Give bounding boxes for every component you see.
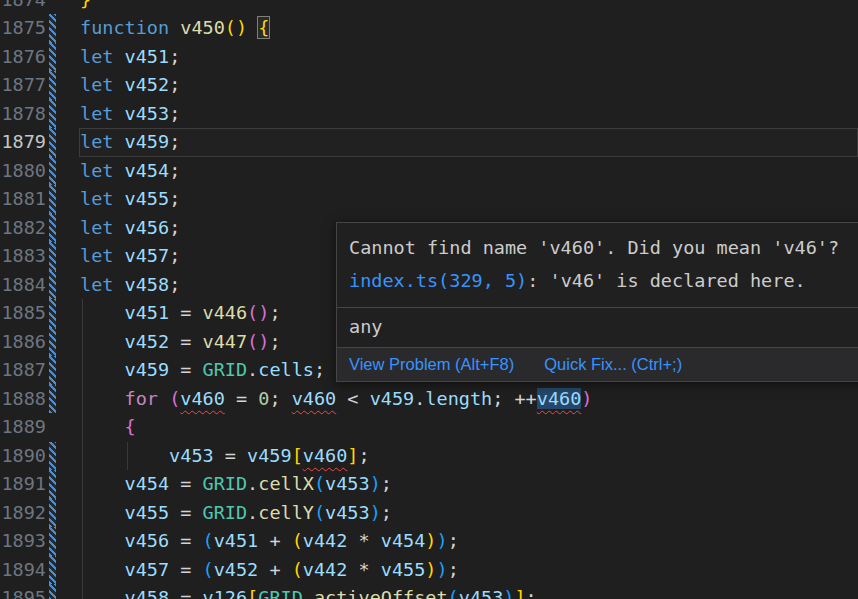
quick-fix-link[interactable]: Quick Fix... (Ctrl+;) — [544, 355, 682, 373]
token: ) — [503, 587, 514, 599]
modified-gutter-indicator — [49, 271, 56, 300]
code-line-1880[interactable]: 1880let v454; — [0, 157, 858, 186]
token — [80, 302, 125, 323]
view-problem-link[interactable]: View Problem (Alt+F8) — [349, 355, 514, 373]
line-number[interactable]: 1884 — [0, 271, 46, 300]
code-text[interactable]: } — [80, 0, 91, 14]
code-text[interactable]: v452 = v447(); — [80, 328, 281, 357]
code-text[interactable]: v453 = v459[v460]; — [80, 442, 370, 471]
token: ( — [448, 587, 459, 599]
modified-gutter-indicator — [49, 185, 56, 214]
token: ( — [203, 530, 214, 551]
modified-gutter-indicator — [49, 14, 56, 43]
line-number[interactable]: 1894 — [0, 556, 46, 585]
code-text[interactable]: let v459; — [80, 128, 180, 157]
code-text[interactable]: let v454; — [80, 157, 180, 186]
token: ; — [169, 131, 180, 152]
line-number[interactable]: 1886 — [0, 328, 46, 357]
code-line-1876[interactable]: 1876let v451; — [0, 43, 858, 72]
code-text[interactable]: v458 = v126[GRID.activeOffset(v453)]; — [80, 584, 537, 599]
line-number[interactable]: 1881 — [0, 185, 46, 214]
token: = — [169, 331, 202, 352]
token: . — [247, 473, 258, 494]
code-line-1888[interactable]: 1888 for (v460 = 0; v460 < v459.length; … — [0, 385, 858, 414]
code-text[interactable]: let v455; — [80, 185, 180, 214]
code-text[interactable]: let v451; — [80, 43, 180, 72]
code-text[interactable]: let v452; — [80, 71, 180, 100]
code-line-1881[interactable]: 1881let v455; — [0, 185, 858, 214]
code-line-1878[interactable]: 1878let v453; — [0, 100, 858, 129]
line-number[interactable]: 1887 — [0, 356, 46, 385]
code-text[interactable]: v457 = (v452 + (v442 * v455)); — [80, 556, 459, 585]
line-number[interactable]: 1883 — [0, 242, 46, 271]
token: length — [425, 388, 492, 409]
token: v452 — [214, 559, 259, 580]
related-location-link[interactable]: index.ts(329, 5) — [349, 270, 527, 291]
code-text[interactable]: v451 = v446(); — [80, 299, 281, 328]
line-number[interactable]: 1885 — [0, 299, 46, 328]
line-number[interactable]: 1879 — [0, 128, 46, 157]
line-number[interactable]: 1874 — [0, 0, 46, 14]
code-line-1895[interactable]: 1895 v458 = v126[GRID.activeOffset(v453)… — [0, 584, 858, 599]
code-text[interactable]: function v450() { — [80, 14, 269, 43]
token: let — [80, 217, 113, 238]
token — [158, 388, 169, 409]
line-number[interactable]: 1889 — [0, 413, 46, 442]
line-number[interactable]: 1891 — [0, 470, 46, 499]
code-line-1892[interactable]: 1892 v455 = GRID.cellY(v453); — [0, 499, 858, 528]
line-number[interactable]: 1888 — [0, 385, 46, 414]
token: = — [169, 302, 202, 323]
line-number[interactable]: 1893 — [0, 527, 46, 556]
token: activeOffset — [314, 587, 448, 599]
code-text[interactable]: for (v460 = 0; v460 < v459.length; ++v46… — [80, 385, 592, 414]
code-text[interactable]: let v456; — [80, 214, 180, 243]
line-number[interactable]: 1876 — [0, 43, 46, 72]
code-text[interactable]: let v457; — [80, 242, 180, 271]
line-number[interactable]: 1878 — [0, 100, 46, 129]
token: let — [80, 131, 113, 152]
line-number[interactable]: 1882 — [0, 214, 46, 243]
code-line-1890[interactable]: 1890 v453 = v459[v460]; — [0, 442, 858, 471]
code-text[interactable]: v456 = (v451 + (v442 * v454)); — [80, 527, 459, 556]
code-line-1879[interactable]: 1879let v459; — [0, 128, 858, 157]
line-number[interactable]: 1892 — [0, 499, 46, 528]
token: ( — [169, 388, 180, 409]
hover-type-info: any — [337, 307, 858, 347]
code-text[interactable]: { — [80, 413, 136, 442]
token: v454 — [125, 160, 170, 181]
token: GRID — [258, 587, 303, 599]
modified-gutter-indicator — [49, 442, 56, 471]
token: for — [125, 388, 158, 409]
code-text[interactable]: v455 = GRID.cellY(v453); — [80, 499, 392, 528]
line-number[interactable]: 1895 — [0, 584, 46, 599]
token: v457 — [125, 559, 170, 580]
line-number[interactable]: 1890 — [0, 442, 46, 471]
token: ; — [269, 388, 291, 409]
code-line-1889[interactable]: 1889 { — [0, 413, 858, 442]
token: + — [258, 559, 291, 580]
line-number[interactable]: 1875 — [0, 14, 46, 43]
code-text[interactable]: v454 = GRID.cellX(v453); — [80, 470, 392, 499]
code-text[interactable]: let v458; — [80, 271, 180, 300]
code-line-1891[interactable]: 1891 v454 = GRID.cellX(v453); — [0, 470, 858, 499]
code-line-1875[interactable]: 1875function v450() { — [0, 14, 858, 43]
code-text[interactable]: let v453; — [80, 100, 180, 129]
code-editor: 1874}1875function v450() {1876let v451;1… — [0, 0, 858, 599]
code-line-1893[interactable]: 1893 v456 = (v451 + (v442 * v454)); — [0, 527, 858, 556]
token — [80, 416, 125, 437]
token: ) — [425, 559, 436, 580]
code-line-1874[interactable]: 1874} — [0, 0, 858, 14]
token — [113, 274, 124, 295]
error-token: v460 — [303, 445, 348, 466]
line-number[interactable]: 1880 — [0, 157, 46, 186]
line-number[interactable]: 1877 — [0, 71, 46, 100]
token — [80, 445, 169, 466]
token — [80, 530, 125, 551]
token: v442 — [303, 559, 348, 580]
code-line-1894[interactable]: 1894 v457 = (v452 + (v442 * v455)); — [0, 556, 858, 585]
code-text[interactable]: v459 = GRID.cells; — [80, 356, 325, 385]
code-line-1877[interactable]: 1877let v452; — [0, 71, 858, 100]
token: let — [80, 245, 113, 266]
token: = — [169, 530, 202, 551]
token: = — [169, 587, 202, 599]
